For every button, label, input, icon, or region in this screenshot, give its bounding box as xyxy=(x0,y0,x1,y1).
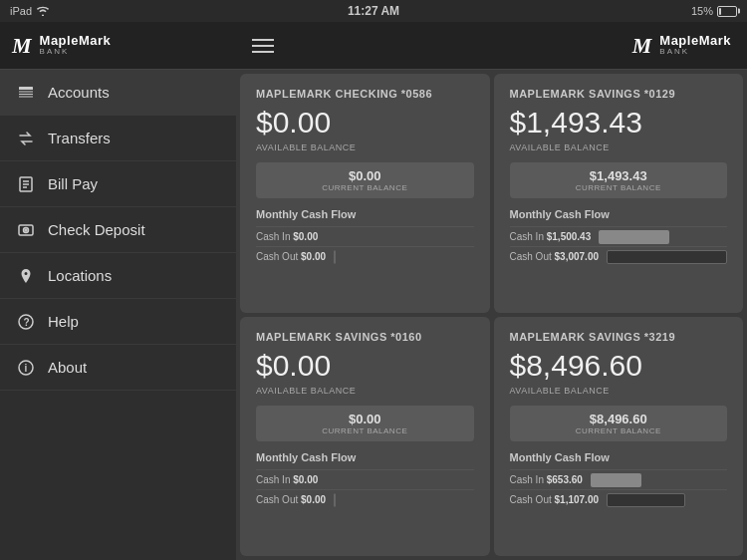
cash-in-bar-container-1 xyxy=(599,230,727,244)
cash-out-bar-0 xyxy=(334,250,336,264)
cash-in-label-2: Cash In $0.00 xyxy=(256,474,318,485)
svg-rect-1 xyxy=(19,91,33,92)
device-name: iPad xyxy=(10,5,32,17)
cash-in-value-3: $653.60 xyxy=(547,474,583,485)
available-label-2: AVAILABLE BALANCE xyxy=(256,386,474,396)
sidebar-bill-pay-label: Bill Pay xyxy=(48,175,98,192)
logo-name: MapleMark xyxy=(40,34,112,48)
account-title-2: MAPLEMARK SAVINGS *0160 xyxy=(256,331,474,343)
accounts-icon xyxy=(16,83,36,103)
sidebar-item-bill-pay[interactable]: Bill Pay xyxy=(0,161,236,207)
about-icon: i xyxy=(16,358,36,378)
account-card-3[interactable]: MAPLEMARK SAVINGS *3219 $8,496.60 AVAILA… xyxy=(494,317,744,556)
sidebar-item-about[interactable]: i About xyxy=(0,345,236,391)
account-card-1[interactable]: MAPLEMARK SAVINGS *0129 $1,493.43 AVAILA… xyxy=(494,74,744,313)
topbar-logo-letter: M xyxy=(632,33,652,59)
sidebar: M MapleMark BANK Accounts xyxy=(0,22,236,560)
sidebar-item-accounts[interactable]: Accounts xyxy=(0,70,236,116)
sidebar-item-check-deposit[interactable]: Check Deposit xyxy=(0,207,236,253)
available-label-1: AVAILABLE BALANCE xyxy=(510,142,728,152)
main-content: M MapleMark BANK MAPLEMARK CHECKING *058… xyxy=(236,22,747,560)
svg-rect-8 xyxy=(19,225,33,235)
status-left: iPad xyxy=(10,5,50,17)
mcf-title-1: Monthly Cash Flow xyxy=(510,208,728,220)
current-balance-label-1: CURRENT BALANCE xyxy=(520,183,718,192)
cash-out-bar-3 xyxy=(607,493,685,507)
cash-in-label-0: Cash In $0.00 xyxy=(256,231,318,242)
monthly-cash-flow-0: Monthly Cash Flow Cash In $0.00 Cash Out… xyxy=(256,208,474,266)
cash-out-row-2: Cash Out $0.00 xyxy=(256,489,474,509)
cash-in-row-1: Cash In $1,500.43 xyxy=(510,226,728,246)
cash-out-bar-1 xyxy=(607,250,727,264)
battery-icon xyxy=(717,6,737,17)
account-available-balance-1: $1,493.43 xyxy=(510,106,728,139)
status-right: 15% xyxy=(691,5,737,17)
cash-in-value-1: $1,500.43 xyxy=(547,231,592,242)
cash-out-label-0: Cash Out $0.00 xyxy=(256,251,326,262)
current-balance-box-0: $0.00 CURRENT BALANCE xyxy=(256,162,474,198)
account-title-3: MAPLEMARK SAVINGS *3219 xyxy=(510,331,728,343)
cash-out-bar-container-3 xyxy=(607,493,727,507)
svg-rect-3 xyxy=(19,96,33,97)
sidebar-locations-label: Locations xyxy=(48,267,112,284)
current-balance-amount-2: $0.00 xyxy=(266,412,464,426)
cash-in-value-2: $0.00 xyxy=(293,474,318,485)
app-container: M MapleMark BANK Accounts xyxy=(0,22,747,560)
account-available-balance-2: $0.00 xyxy=(256,349,474,382)
cash-in-value-0: $0.00 xyxy=(293,231,318,242)
help-icon: ? xyxy=(16,312,36,332)
cash-in-row-3: Cash In $653.60 xyxy=(510,469,728,489)
locations-icon xyxy=(16,266,36,286)
sidebar-about-label: About xyxy=(48,359,87,376)
sidebar-header: M MapleMark BANK xyxy=(0,22,236,70)
cash-in-row-0: Cash In $0.00 xyxy=(256,226,474,246)
cash-out-bar-container-2 xyxy=(334,493,473,507)
topbar-logo-sub: BANK xyxy=(659,48,731,57)
sidebar-transfers-label: Transfers xyxy=(48,130,111,146)
mcf-title-3: Monthly Cash Flow xyxy=(510,451,728,463)
sidebar-check-deposit-label: Check Deposit xyxy=(48,221,145,238)
account-title-0: MAPLEMARK CHECKING *0586 xyxy=(256,88,474,100)
available-label-3: AVAILABLE BALANCE xyxy=(510,386,728,396)
account-card-2[interactable]: MAPLEMARK SAVINGS *0160 $0.00 AVAILABLE … xyxy=(240,317,490,556)
cash-in-bar-container-3 xyxy=(591,473,727,487)
monthly-cash-flow-1: Monthly Cash Flow Cash In $1,500.43 Cash… xyxy=(510,208,728,266)
account-title-1: MAPLEMARK SAVINGS *0129 xyxy=(510,88,728,100)
svg-point-10 xyxy=(25,229,27,231)
topbar-logo-name: MapleMark xyxy=(659,34,731,48)
cash-out-bar-container-1 xyxy=(607,250,727,264)
cash-in-bar-3 xyxy=(591,473,641,487)
hamburger-menu[interactable] xyxy=(252,39,274,53)
cash-in-bar-container-0 xyxy=(326,230,473,244)
current-balance-label-2: CURRENT BALANCE xyxy=(266,426,464,435)
battery-percent: 15% xyxy=(691,5,713,17)
cash-in-bar-1 xyxy=(599,230,669,244)
accounts-grid: MAPLEMARK CHECKING *0586 $0.00 AVAILABLE… xyxy=(236,70,747,560)
cash-out-value-1: $3,007.00 xyxy=(555,251,600,262)
mcf-title-2: Monthly Cash Flow xyxy=(256,451,474,463)
mcf-title-0: Monthly Cash Flow xyxy=(256,208,474,220)
account-available-balance-3: $8,496.60 xyxy=(510,349,728,382)
sidebar-item-transfers[interactable]: Transfers xyxy=(0,116,236,161)
cash-out-label-2: Cash Out $0.00 xyxy=(256,494,326,505)
sidebar-nav: Accounts Transfers xyxy=(0,70,236,560)
logo-sub: BANK xyxy=(40,48,112,57)
cash-out-bar-2 xyxy=(334,493,336,507)
status-bar: iPad 11:27 AM 15% xyxy=(0,0,747,22)
current-balance-amount-1: $1,493.43 xyxy=(520,168,718,183)
svg-text:i: i xyxy=(25,363,28,374)
svg-rect-0 xyxy=(19,87,33,90)
account-card-0[interactable]: MAPLEMARK CHECKING *0586 $0.00 AVAILABLE… xyxy=(240,74,490,313)
topbar-logo: M MapleMark BANK xyxy=(632,33,731,59)
bill-pay-icon xyxy=(16,174,36,194)
current-balance-box-2: $0.00 CURRENT BALANCE xyxy=(256,406,474,441)
cash-in-label-1: Cash In $1,500.43 xyxy=(510,231,592,242)
current-balance-box-3: $8,496.60 CURRENT BALANCE xyxy=(510,406,728,441)
logo-letter: M xyxy=(12,33,32,59)
sidebar-item-locations[interactable]: Locations xyxy=(0,253,236,299)
current-balance-amount-0: $0.00 xyxy=(266,168,464,183)
sidebar-item-help[interactable]: ? Help xyxy=(0,299,236,345)
cash-out-row-1: Cash Out $3,007.00 xyxy=(510,246,728,266)
cash-out-row-0: Cash Out $0.00 xyxy=(256,246,474,266)
current-balance-box-1: $1,493.43 CURRENT BALANCE xyxy=(510,162,728,198)
